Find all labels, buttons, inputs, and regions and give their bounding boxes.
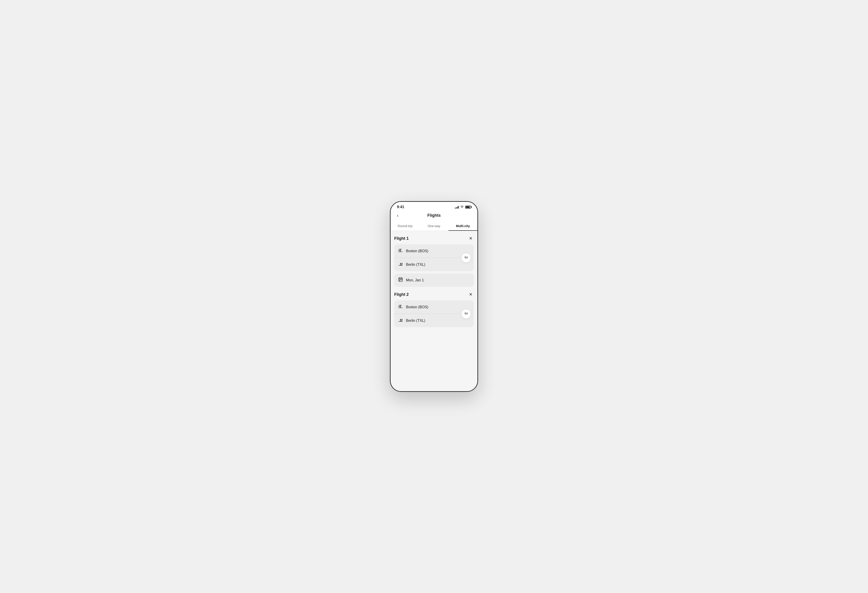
swap-icon-2 [464, 311, 468, 316]
plane-landing-icon [398, 261, 403, 268]
battery-icon [465, 206, 471, 209]
svg-rect-1 [399, 280, 400, 280]
flight-2-label: Flight 2 [394, 292, 409, 297]
flight-1-to-text: Berlin (TXL) [406, 263, 425, 267]
calendar-icon [398, 277, 403, 283]
flight-2-to-text: Berlin (TXL) [406, 319, 425, 323]
flight-1-section: Flight 1 ✕ Boston (BOS) [394, 235, 474, 287]
tab-bar: Round-trip One-way Multi-city [391, 221, 477, 231]
scroll-content: Flight 1 ✕ Boston (BOS) [391, 231, 477, 392]
tab-multi-city[interactable]: Multi-city [449, 221, 477, 230]
plane-takeoff-icon-2 [398, 304, 403, 310]
flight-2-route: Boston (BOS) Berlin (TXL) [394, 300, 474, 327]
svg-rect-2 [400, 280, 401, 280]
swap-icon [464, 255, 468, 260]
wifi-icon [460, 205, 464, 209]
flight-2-close-button[interactable]: ✕ [468, 291, 474, 298]
phone-frame: 9:41 ‹ Flights Round [390, 201, 478, 392]
status-icons [455, 205, 471, 209]
flight-1-label: Flight 1 [394, 236, 409, 241]
page-title: Flights [427, 213, 441, 218]
plane-landing-icon-2 [398, 317, 403, 324]
flight-2-header: Flight 2 ✕ [394, 291, 474, 298]
flight-1-to-row[interactable]: Berlin (TXL) [394, 258, 474, 271]
signal-icon [455, 205, 459, 209]
flight-2-to-row[interactable]: Berlin (TXL) [394, 314, 474, 327]
svg-rect-4 [399, 280, 400, 281]
tab-one-way[interactable]: One-way [419, 221, 449, 230]
back-button[interactable]: ‹ [395, 212, 400, 219]
svg-rect-3 [401, 280, 402, 280]
flight-1-route-card: Boston (BOS) Berlin (TXL) [394, 244, 474, 271]
flight-1-header: Flight 1 ✕ [394, 235, 474, 242]
flight-1-close-button[interactable]: ✕ [468, 235, 474, 242]
header: ‹ Flights [391, 211, 477, 221]
tab-round-trip[interactable]: Round-trip [391, 221, 419, 230]
flight-1-date-text: Mon, Jan 1 [406, 278, 424, 282]
flight-1-from-text: Boston (BOS) [406, 249, 428, 253]
flight-2-route-card: Boston (BOS) Berlin (TXL) [394, 300, 474, 327]
status-time: 9:41 [397, 205, 404, 209]
flight-2-swap-button[interactable] [462, 309, 471, 319]
flight-2-from-text: Boston (BOS) [406, 305, 428, 309]
status-bar: 9:41 [391, 202, 477, 211]
flight-2-section: Flight 2 ✕ Boston (BOS) [394, 291, 474, 327]
plane-takeoff-icon [398, 248, 403, 254]
flight-1-date-card[interactable]: Mon, Jan 1 [394, 273, 474, 287]
flight-1-swap-button[interactable] [462, 253, 471, 263]
flight-1-route: Boston (BOS) Berlin (TXL) [394, 244, 474, 271]
